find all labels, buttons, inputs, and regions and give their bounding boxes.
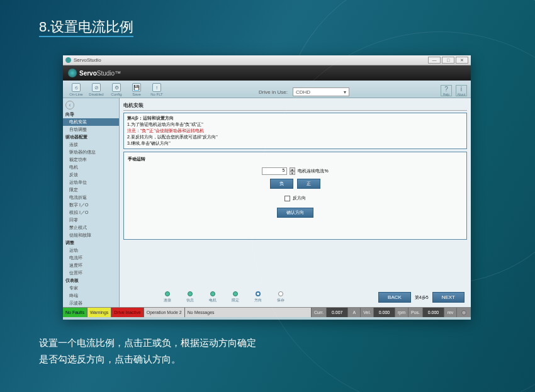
step-direction[interactable]: 方向 — [254, 291, 262, 303]
nav-limit[interactable]: 限定 — [63, 186, 119, 194]
titlebar: ServoStudio — □ ✕ — [63, 55, 471, 65]
nav-connect[interactable]: 连接 — [63, 141, 119, 148]
online-button[interactable]: ⎋On-Line — [67, 83, 86, 96]
step-instructions: 第4步：运转和设置方向 1.为了验证电机运动方向单击"负"或"正" 注意："负"… — [123, 113, 467, 149]
nav-back-button[interactable]: ‹ — [65, 101, 74, 109]
nav-group-tune: 调整 — [63, 239, 119, 247]
spin-down-button[interactable]: ▾ — [290, 171, 295, 175]
status-curr-label: Curr. — [312, 308, 327, 317]
disabled-button[interactable]: ⊘Disabled — [87, 83, 106, 96]
status-nofaults[interactable]: No Faults — [63, 308, 87, 317]
toolbar: ⎋On-Line ⊘Disabled ⚙Config 💾Save !No FLT… — [63, 81, 471, 98]
back-button[interactable]: BACK — [378, 292, 411, 303]
status-curr-value: 0.007 — [327, 308, 348, 317]
nav-homing[interactable]: 回零 — [63, 216, 119, 224]
sidebar: ‹ 向导 电机安装 自动调整 驱动器配置 连接 驱动器的信息 额定功率 电机 反… — [63, 98, 120, 307]
slide-title: 8.设置电流比例 — [0, 0, 535, 45]
nav-current-loop[interactable]: 电流环 — [63, 254, 119, 262]
status-pos-value: 0.000 — [423, 308, 444, 317]
brand-text: ServoStudio™ — [79, 70, 121, 77]
statusbar: No Faults Warnings Drive Inactive Operat… — [63, 307, 471, 317]
nav-analog-io[interactable]: 模拟 I／O — [63, 209, 119, 216]
manual-run-box: 手动运转 5 ▴▾ 电机连续电流% 负 正 反方向 确认方向 — [123, 152, 467, 240]
nav-position-loop[interactable]: 位置环 — [63, 269, 119, 277]
status-messages[interactable]: No Messages — [185, 308, 312, 317]
record-button[interactable] — [457, 308, 471, 317]
status-warnings[interactable]: Warnings — [87, 308, 111, 317]
step-save[interactable]: 保存 — [277, 291, 284, 303]
nav-motion[interactable]: 运动 — [63, 247, 119, 254]
online-icon: ⎋ — [72, 83, 81, 92]
content-area: 电机安装 第4步：运转和设置方向 1.为了验证电机运动方向单击"负"或"正" 注… — [120, 98, 471, 307]
negative-button[interactable]: 负 — [270, 179, 293, 189]
about-button[interactable]: iAbout — [456, 85, 467, 96]
nav-motor-install[interactable]: 电机安装 — [63, 118, 119, 126]
window-title: ServoStudio — [74, 57, 101, 63]
status-opmode[interactable]: Operation Mode 2 — [144, 308, 185, 317]
status-curr-unit: A — [348, 308, 361, 317]
nav-expert[interactable]: 专家 — [63, 284, 119, 292]
close-button[interactable]: ✕ — [456, 57, 468, 64]
nav-velocity-loop[interactable]: 速度环 — [63, 262, 119, 269]
nav-rated-power[interactable]: 额定功率 — [63, 156, 119, 164]
noflt-button[interactable]: !No FLT — [147, 83, 166, 96]
drive-label: Drive in Use: — [259, 89, 288, 95]
nav-group-dash: 仪表板 — [63, 277, 119, 284]
nav-feedback[interactable]: 反馈 — [63, 171, 119, 179]
next-button[interactable]: NEXT — [432, 292, 465, 303]
step-line-2: 2.要反转方向，以配合您的系统可选择"反方向" — [127, 134, 463, 140]
app-window: ServoStudio — □ ✕ ServoStudio™ ⎋On-Line … — [63, 55, 471, 320]
positive-button[interactable]: 正 — [297, 179, 320, 189]
save-button[interactable]: 💾Save — [127, 83, 146, 96]
step-motor[interactable]: 电机 — [209, 291, 217, 303]
wizard-steps: 连接 信息 电机 限定 方向 保存 BACK 第4步5 NEXT — [120, 291, 471, 303]
manual-header: 手动运转 — [128, 156, 463, 162]
maximize-button[interactable]: □ — [442, 57, 454, 64]
disabled-icon: ⊘ — [92, 83, 101, 92]
step-line-3: 3.继续,单击"确认方向" — [127, 140, 463, 147]
step-limit[interactable]: 限定 — [232, 291, 239, 303]
nav-enable-fault[interactable]: 使能和故障 — [63, 232, 119, 239]
slide-caption: 设置一个电流比例，点击正或负，根据运动方向确定 是否勾选反方向，点击确认方向。 — [39, 335, 256, 367]
status-inactive[interactable]: Drive Inactive — [111, 308, 144, 317]
drive-select[interactable]: CDHD▾ — [293, 87, 349, 96]
nav-drive-info[interactable]: 驱动器的信息 — [63, 148, 119, 156]
noflt-icon: ! — [152, 83, 161, 92]
status-pos-label: Pos. — [408, 308, 423, 317]
confirm-direction-button[interactable]: 确认方向 — [277, 208, 313, 218]
nav-scope[interactable]: 示波器 — [63, 300, 119, 307]
minimize-button[interactable]: — — [428, 57, 441, 64]
chevron-down-icon: ▾ — [344, 89, 346, 95]
step-warning: 注意："负""正"会使能驱动器和运转电机 — [127, 128, 463, 134]
brand-bar: ServoStudio™ — [63, 65, 471, 81]
step-info[interactable]: 信息 — [186, 291, 194, 303]
nav-terminal[interactable]: 终端 — [63, 292, 119, 300]
nav-auto-tune[interactable]: 自动调整 — [63, 126, 119, 133]
help-button[interactable]: ?Help — [441, 85, 452, 96]
brand-icon — [68, 69, 77, 77]
nav-group-drive: 驱动器配置 — [63, 133, 119, 141]
status-vel-value: 0.000 — [374, 308, 395, 317]
app-icon — [65, 57, 71, 63]
step-title: 第4步：运转和设置方向 — [127, 115, 463, 121]
current-label: 电机连续电流% — [298, 168, 328, 174]
reverse-label: 反方向 — [293, 195, 306, 201]
record-icon — [461, 310, 466, 315]
nav-group-wizard: 向导 — [63, 111, 119, 118]
nav-motion-unit[interactable]: 运动单位 — [63, 179, 119, 186]
step-line-1: 1.为了验证电机运动方向单击"负"或"正" — [127, 121, 463, 128]
step-connect[interactable]: 连接 — [164, 291, 171, 303]
reverse-checkbox[interactable] — [284, 196, 290, 201]
current-input[interactable]: 5 — [262, 167, 287, 175]
config-button[interactable]: ⚙Config — [107, 83, 126, 96]
config-icon: ⚙ — [112, 83, 121, 92]
nav-motor[interactable]: 电机 — [63, 164, 119, 171]
nav-current-foldback[interactable]: 电流折返 — [63, 194, 119, 201]
save-icon: 💾 — [132, 83, 141, 92]
nav-disable-mode[interactable]: 禁止模式 — [63, 224, 119, 232]
nav-digital-io[interactable]: 数字 I／O — [63, 201, 119, 209]
status-vel-label: Vel. — [361, 308, 374, 317]
page-indicator: 第4步5 — [415, 294, 429, 301]
status-pos-unit: rev — [444, 308, 457, 317]
content-header: 电机安装 — [123, 101, 467, 111]
